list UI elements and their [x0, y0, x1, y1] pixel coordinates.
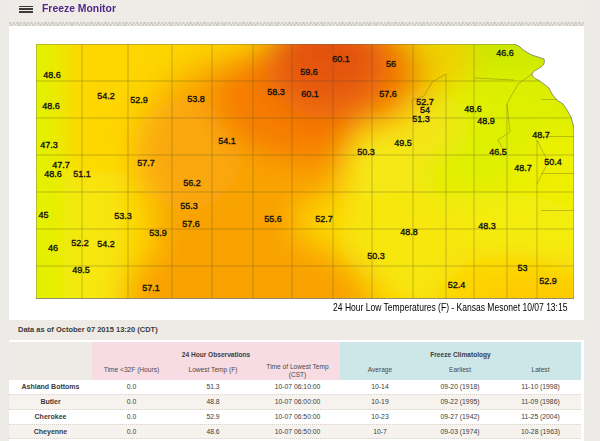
svg-text:52.2: 52.2 — [71, 238, 89, 248]
svg-text:45: 45 — [38, 210, 48, 220]
svg-text:52.9: 52.9 — [539, 276, 557, 286]
svg-text:50.4: 50.4 — [544, 157, 562, 167]
svg-text:46.5: 46.5 — [489, 147, 507, 157]
svg-text:55.3: 55.3 — [180, 201, 198, 211]
svg-text:47.3: 47.3 — [40, 140, 58, 150]
svg-text:54.1: 54.1 — [218, 136, 236, 146]
svg-text:60.1: 60.1 — [332, 54, 350, 64]
svg-text:49.5: 49.5 — [394, 138, 412, 148]
svg-text:48.3: 48.3 — [478, 221, 496, 231]
svg-text:51.1: 51.1 — [73, 169, 91, 179]
svg-text:48.6: 48.6 — [42, 101, 60, 111]
svg-text:57.1: 57.1 — [142, 283, 160, 293]
svg-text:57.6: 57.6 — [379, 89, 397, 99]
svg-text:46.6: 46.6 — [496, 48, 514, 58]
svg-text:53.9: 53.9 — [149, 228, 167, 238]
svg-text:55.6: 55.6 — [264, 214, 282, 224]
svg-text:60.1: 60.1 — [301, 89, 319, 99]
svg-text:53.8: 53.8 — [187, 94, 205, 104]
svg-text:52.4: 52.4 — [448, 280, 466, 290]
svg-text:53: 53 — [517, 263, 527, 273]
svg-text:50.3: 50.3 — [367, 251, 385, 261]
svg-text:51.3: 51.3 — [412, 114, 430, 124]
svg-text:48.7: 48.7 — [514, 163, 532, 173]
svg-text:54.2: 54.2 — [97, 239, 115, 249]
svg-text:50.3: 50.3 — [357, 147, 375, 157]
svg-text:57.7: 57.7 — [137, 158, 155, 168]
svg-text:48.9: 48.9 — [477, 116, 495, 126]
svg-text:56.2: 56.2 — [183, 178, 201, 188]
svg-text:59.6: 59.6 — [300, 67, 318, 77]
svg-text:48.7: 48.7 — [532, 130, 550, 140]
svg-text:52.7: 52.7 — [315, 214, 333, 224]
svg-text:48.6: 48.6 — [44, 169, 62, 179]
svg-text:46: 46 — [48, 243, 58, 253]
svg-text:48.6: 48.6 — [464, 104, 482, 114]
svg-text:52.9: 52.9 — [130, 95, 148, 105]
svg-text:48.6: 48.6 — [43, 70, 61, 80]
svg-text:56: 56 — [386, 59, 396, 69]
svg-text:58.3: 58.3 — [267, 87, 285, 97]
svg-text:57.6: 57.6 — [182, 219, 200, 229]
svg-text:49.5: 49.5 — [72, 265, 90, 275]
svg-text:48.8: 48.8 — [400, 227, 418, 237]
svg-text:53.3: 53.3 — [114, 211, 132, 221]
svg-text:54.2: 54.2 — [97, 91, 115, 101]
